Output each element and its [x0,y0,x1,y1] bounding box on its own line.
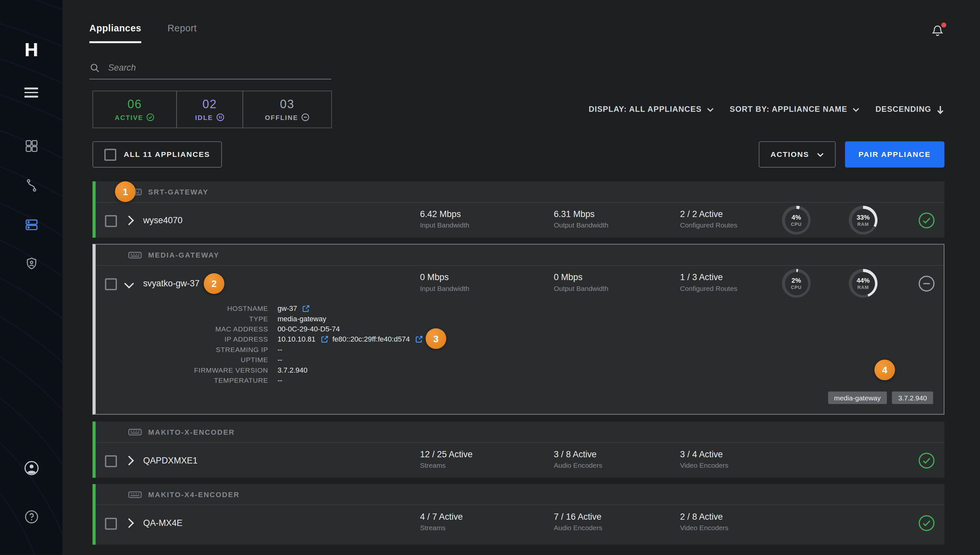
summary-idle[interactable]: 02 IDLE [176,91,243,128]
tag-chip: media-gateway [828,391,887,404]
expand-chevron-icon[interactable] [124,456,134,465]
sidebar-item-appliances[interactable] [0,217,62,232]
sidebar-item-security[interactable] [0,256,62,271]
detail-uptime: UPTIME -- [96,354,944,365]
notifications-button[interactable] [930,24,945,38]
annotation-marker-2: 2 [204,273,224,294]
detail-mac-address: MAC ADDRESS 00-0C-29-40-D5-74 [96,324,944,334]
expand-chevron-icon[interactable] [124,518,134,528]
appliance-group-media-gateway: MEDIA-GATEWAY svyatko-gw-37 2 0 Mbps Inp… [93,244,945,414]
annotation-marker-4: 4 [874,359,895,380]
appliances-server-icon [24,217,38,232]
cpu-gauge: 4% CPU [782,205,811,234]
pair-appliance-button[interactable]: PAIR APPLIANCE [845,141,945,167]
appliance-name[interactable]: QA-MX4E [143,518,182,528]
appliance-checkbox[interactable] [105,215,117,227]
appliance-row[interactable]: wyse4070 6.42 Mbps Input Bandwidth 6.31 … [96,203,945,238]
cpu-gauge: 2% CPU [782,269,811,298]
status-ok-icon [918,452,935,469]
collapse-chevron-icon[interactable] [124,279,134,289]
tab-appliances[interactable]: Appliances [90,22,141,43]
group-header: MAKITO-X-ENCODER [96,422,945,443]
topbar: Appliances Report [90,22,945,43]
tab-report[interactable]: Report [168,22,197,43]
external-link-icon[interactable] [320,335,329,343]
metric-output-bandwidth: 0 Mbps Output Bandwidth [554,272,608,292]
appliance-row[interactable]: QA-MX4E 4 / 7 Active Streams 7 / 16 Acti… [96,505,945,541]
appliance-checkbox[interactable] [105,455,117,467]
appliance-group-makito-x-encoder: MAKITO-X-ENCODER QAPDXMXE1 12 / 25 Activ… [93,422,945,478]
appliance-type-icon [128,251,142,258]
pause-circle-icon [216,113,224,121]
group-header: MAKITO-X4-ENCODER [96,484,945,505]
chevron-down-icon [817,152,823,157]
detail-ip-address: IP ADDRESS 10.10.10.81 fe80::20c:29ff:fe… [96,334,944,344]
hamburger-icon [24,88,38,89]
status-ok-icon [918,212,935,229]
appliance-checkbox[interactable] [105,518,117,529]
display-filter[interactable]: DISPLAY: ALL APPLIANCES [589,105,713,114]
chevron-down-icon [707,107,713,111]
appliance-group-makito-x4-encoder: MAKITO-X4-ENCODER QA-MX4E 4 / 7 Active S… [93,484,945,545]
sidebar-item-dashboard[interactable] [0,138,62,153]
appliance-type-icon [128,428,142,436]
metric-streams: 4 / 7 Active Streams [420,512,463,531]
logo-letter: H [24,40,38,61]
select-all-button[interactable]: ALL 11 APPLIANCES [93,141,222,167]
actions-button[interactable]: ACTIONS [759,141,836,167]
idle-label: IDLE [195,113,224,121]
metric-video-encoders: 2 / 8 Active Video Encoders [680,512,729,531]
appliance-row[interactable]: svyatko-gw-37 2 0 Mbps Input Bandwidth 0… [96,266,944,302]
select-all-checkbox[interactable] [104,148,116,160]
summary-offline[interactable]: 03 OFFLINE [242,91,332,128]
appliance-tags: media-gateway 3.7.2.940 [828,391,933,404]
status-ok-icon [918,515,935,532]
offline-label: OFFLINE [265,113,309,121]
metric-configured-routes: 1 / 3 Active Configured Routes [680,272,738,292]
metric-audio-encoders: 3 / 8 Active Audio Encoders [554,449,603,469]
appliance-row[interactable]: QAPDXMXE1 12 / 25 Active Streams 3 / 8 A… [96,443,945,478]
sidebar-item-routes[interactable] [0,178,62,192]
sidebar-item-account[interactable] [0,460,62,475]
sort-direction-toggle[interactable]: DESCENDING [876,104,945,114]
group-header: SRT-GATEWAY [96,181,945,203]
group-type-label: MEDIA-GATEWAY [148,251,219,258]
appliance-name[interactable]: svyatko-gw-37 [143,278,200,288]
summary-active[interactable]: 06 ACTIVE [93,91,177,128]
ram-gauge: 33% RAM [849,205,878,234]
search-input[interactable] [107,62,331,73]
expand-chevron-icon[interactable] [124,216,134,226]
idle-count: 02 [203,98,217,111]
active-count: 06 [127,98,142,111]
toolbar-actions: ACTIONS PAIR APPLIANCE [759,141,945,167]
sidebar-item-help[interactable] [0,509,62,524]
tag-chip: 3.7.2.940 [892,391,933,404]
sidebar: H [0,0,62,555]
appliance-name[interactable]: wyse4070 [143,215,182,225]
ram-gauge: 44% RAM [849,269,878,298]
shield-icon [24,256,38,270]
menu-toggle-button[interactable] [0,85,62,100]
detail-type: TYPE media-gateway [96,313,944,324]
chevron-down-icon [852,107,859,111]
appliance-group-srt-gateway: 1 SRT-GATEWAY wyse4070 6.42 Mbps [93,181,945,237]
external-link-icon[interactable] [302,304,310,313]
annotation-marker-1: 1 [115,181,136,202]
appliance-type-icon [128,491,142,498]
group-type-label: SRT-GATEWAY [148,188,208,196]
metric-input-bandwidth: 6.42 Mbps Input Bandwidth [420,209,469,229]
detail-streaming-ip: STREAMING IP -- [96,344,944,354]
appliance-checkbox[interactable] [105,278,117,290]
search-bar [90,62,331,79]
detail-temperature: TEMPERATURE -- [96,375,944,385]
help-icon [24,509,38,524]
main-content: Appliances Report [62,0,980,555]
metric-audio-encoders: 7 / 16 Active Audio Encoders [554,512,603,531]
sort-filter[interactable]: SORT BY: APPLIANCE NAME [730,105,859,114]
appliance-name[interactable]: QAPDXMXE1 [143,455,198,465]
notification-badge [941,22,946,27]
metric-streams: 12 / 25 Active Streams [420,449,473,469]
route-icon [24,178,38,192]
metric-video-encoders: 3 / 4 Active Video Encoders [680,449,729,469]
external-link-icon[interactable] [415,335,423,343]
